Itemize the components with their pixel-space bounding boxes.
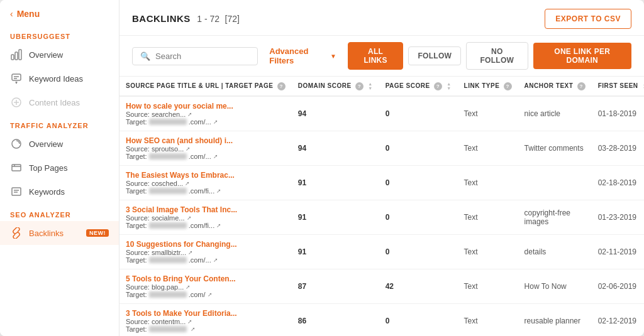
external-icon[interactable]: ➚	[213, 153, 218, 160]
page-score-cell: 0	[379, 166, 458, 200]
svg-rect-1	[15, 52, 18, 60]
anchor-info-icon[interactable]: ?	[577, 82, 586, 90]
link-type-cell: Text	[458, 304, 518, 337]
link-type-cell: Text	[458, 269, 518, 304]
main-content: BACKLINKS 1 - 72 [72] EXPORT TO CSV 🔍 Ad…	[119, 0, 644, 336]
source-cell: 10 Suggestions for Changing... Source: s…	[119, 235, 292, 269]
search-input[interactable]	[155, 51, 250, 61]
external-icon[interactable]: ➚	[187, 215, 192, 221]
external-icon[interactable]: ➚	[191, 326, 196, 332]
col-header-page: PAGE SCORE ? ▲▼	[379, 77, 458, 96]
sidebar-item-label: Keyword Ideas	[29, 74, 109, 84]
sidebar-item-backlinks[interactable]: Backlinks NEW!	[0, 221, 119, 245]
external-icon[interactable]: ➚	[216, 188, 221, 194]
count-total: [72]	[225, 14, 240, 24]
sidebar-item-keywords[interactable]: Keywords	[0, 180, 119, 203]
link-info-icon[interactable]: ?	[504, 82, 512, 90]
external-icon[interactable]: ➚	[185, 180, 190, 187]
col-header-domain: DOMAIN SCORE ? ▲▼	[292, 77, 379, 96]
external-icon[interactable]: ➚	[213, 257, 218, 263]
page-score-cell: 0	[379, 235, 458, 269]
external-icon[interactable]: ➚	[186, 284, 191, 290]
source-url: Source: contentm... ➚	[126, 318, 286, 325]
advanced-filters-button[interactable]: Advanced Filters ▼	[263, 43, 343, 69]
sidebar-item-label: Overview	[29, 50, 109, 60]
all-links-button[interactable]: ALL LINKS	[348, 42, 404, 70]
one-link-per-domain-button[interactable]: ONE LINK PER DOMAIN	[533, 43, 632, 69]
source-title[interactable]: How SEO can (and should) i...	[126, 136, 286, 145]
sidebar: ‹ Menu UBERSUGGEST Overview Keyword Idea…	[0, 0, 119, 336]
source-url: Source: sproutso... ➚	[126, 145, 286, 153]
anchor-text-cell: nice article	[518, 96, 592, 131]
page-sort-icons[interactable]: ▲▼	[447, 82, 451, 90]
sidebar-item-label: Top Pages	[29, 163, 109, 173]
target-url: Target: .com/ ➚	[126, 291, 286, 298]
link-type-cell: Text	[458, 200, 518, 235]
target-url: Target: .com/... ➚	[126, 118, 286, 126]
svg-rect-10	[12, 165, 21, 171]
external-icon[interactable]: ➚	[188, 249, 193, 256]
source-url: Source: socialme... ➚	[126, 214, 286, 222]
external-icon[interactable]: ➚	[187, 111, 192, 117]
source-cell: 3 Social Image Tools That Inc... Source:…	[119, 200, 292, 235]
source-title[interactable]: 3 Social Image Tools That Inc...	[126, 205, 286, 214]
page-title: BACKLINKS 1 - 72 [72]	[132, 13, 240, 24]
sidebar-item-label: Overview	[29, 139, 109, 149]
col-header-first-seen: FIRST SEEN ▲▼	[592, 77, 644, 96]
pages-icon	[10, 161, 23, 174]
back-button[interactable]: ‹ Menu	[0, 0, 119, 25]
page-score-cell: 0	[379, 131, 458, 166]
domain-score-cell: 86	[292, 304, 379, 337]
external-icon[interactable]: ➚	[208, 291, 213, 298]
link-type-cell: Text	[458, 235, 518, 269]
svg-rect-2	[19, 50, 21, 60]
overview-icon	[10, 138, 23, 150]
domain-sort-icons[interactable]: ▲▼	[368, 82, 372, 90]
source-cell: How SEO can (and should) i... Source: sp…	[119, 131, 292, 166]
backlinks-icon	[10, 227, 23, 239]
back-label: Menu	[17, 9, 40, 19]
external-icon[interactable]: ➚	[213, 119, 218, 125]
target-url: Target: ➚	[126, 325, 286, 333]
page-score-cell: 0	[379, 304, 458, 337]
anchor-text-cell: copyright-free images	[518, 200, 592, 235]
anchor-text-cell: How To Now	[518, 269, 592, 304]
page-info-icon[interactable]: ?	[434, 82, 442, 90]
first-seen-cell: 02-06-2019	[592, 269, 644, 304]
sidebar-item-overview-ta[interactable]: Overview	[0, 132, 119, 156]
domain-info-icon[interactable]: ?	[355, 82, 364, 90]
table-row: How SEO can (and should) i... Source: sp…	[119, 131, 644, 166]
anchor-text-cell: Twitter comments	[518, 131, 592, 166]
target-url: Target: .com/... ➚	[126, 153, 286, 160]
table-row: The Easiest Ways to Embrac... Source: co…	[119, 166, 644, 200]
target-url: Target: .com/fi... ➚	[126, 222, 286, 229]
source-title[interactable]: How to scale your social me...	[126, 102, 286, 111]
sidebar-item-keyword-ideas[interactable]: Keyword Ideas	[0, 67, 119, 90]
sidebar-item-top-pages[interactable]: Top Pages	[0, 156, 119, 180]
source-title[interactable]: The Easiest Ways to Embrac...	[126, 171, 286, 180]
follow-button[interactable]: FOLLOW	[408, 46, 461, 65]
sidebar-item-label: Content Ideas	[29, 98, 109, 107]
back-arrow-icon: ‹	[10, 9, 13, 19]
sidebar-item-overview-ub[interactable]: Overview	[0, 43, 119, 67]
external-icon[interactable]: ➚	[216, 222, 221, 229]
source-title[interactable]: 3 Tools to Make Your Editoria...	[126, 309, 286, 318]
domain-score-cell: 91	[292, 235, 379, 269]
table-row: How to scale your social me... Source: s…	[119, 96, 644, 131]
sidebar-item-content-ideas[interactable]: Content Ideas	[0, 90, 119, 114]
keywords-icon	[10, 185, 23, 198]
source-title[interactable]: 10 Suggestions for Changing...	[126, 240, 286, 249]
domain-score-cell: 91	[292, 166, 379, 200]
export-button[interactable]: EXPORT TO CSV	[545, 9, 631, 29]
source-title[interactable]: 5 Tools to Bring Your Conten...	[126, 274, 286, 283]
no-follow-button[interactable]: NO FOLLOW	[466, 42, 528, 70]
source-url: Source: smallbiztr... ➚	[126, 249, 286, 256]
blurred-domain	[149, 326, 187, 332]
blurred-domain	[149, 153, 187, 160]
external-icon[interactable]: ➚	[186, 146, 191, 152]
search-box[interactable]: 🔍	[132, 47, 258, 65]
source-info-icon[interactable]: ?	[277, 82, 286, 90]
chart-icon	[10, 48, 23, 61]
source-url: Source: cosched... ➚	[126, 180, 286, 187]
external-icon[interactable]: ➚	[187, 318, 192, 325]
